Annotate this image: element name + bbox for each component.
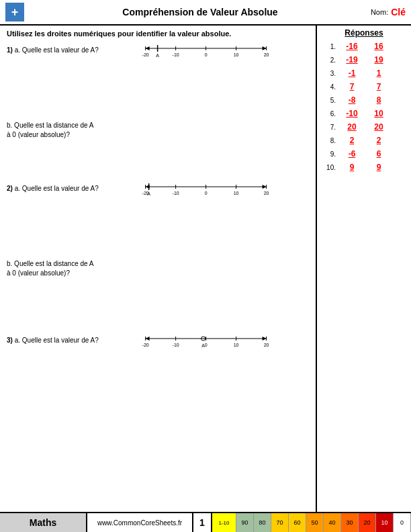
q1-sub-label: b. Quelle est la distance de A à 0 (vale… [7,121,309,140]
answer-row-7: 7. 20 20 [321,122,407,132]
svg-text:-20: -20 [142,52,148,57]
logo: + [5,3,24,21]
score-70: 70 [271,513,289,532]
ans-val-8: 2 [338,136,365,145]
ans-abs-9: 6 [365,149,392,159]
ans-val-2: -19 [338,55,365,64]
answers-list: 1. -16 16 2. -19 19 3. -1 1 4. 7 7 5. -8 [321,42,407,172]
q3-label: 3) a. Quelle est la valeur de A? [7,337,99,344]
ans-num-7: 7. [321,124,336,131]
score-0: 0 [394,513,411,532]
left-panel: Utilisez les droites numériques pour ide… [0,26,317,513]
svg-text:-10: -10 [172,191,179,195]
score-60: 60 [289,513,306,532]
answer-row-5: 5. -8 8 [321,95,407,105]
answer-row-1: 1. -16 16 [321,42,407,51]
score-50: 50 [306,513,324,532]
svg-text:0: 0 [204,343,207,347]
question-2: 2) a. Quelle est la valeur de A? -20 -10… [7,180,309,278]
cle-label: Clé [391,7,406,17]
svg-text:A: A [156,53,159,58]
ans-abs-4: 7 [365,82,392,91]
ans-abs-6: 10 [365,109,392,118]
ans-val-1: -16 [338,42,365,51]
footer-page: 1 [192,513,212,532]
svg-marker-2 [262,46,266,50]
footer-url: www.CommonCoreSheets.fr [87,513,192,532]
ans-abs-8: 2 [365,136,392,145]
q2-sub-label: b. Quelle est la distance de A à 0 (vale… [7,259,309,278]
ans-abs-3: 1 [365,69,392,78]
svg-marker-17 [262,185,266,189]
ans-num-10: 10. [321,164,336,171]
ans-abs-1: 16 [365,42,392,51]
q3-number-line-row: 3) a. Quelle est la valeur de A? -20 -10… [7,332,309,348]
svg-text:10: 10 [233,343,238,347]
svg-marker-1 [145,46,149,50]
q2-label: 2) a. Quelle est la valeur de A? [7,185,99,192]
svg-text:0: 0 [204,52,207,57]
main-content: Utilisez les droites numériques pour ide… [0,26,411,513]
ans-abs-5: 8 [365,95,392,105]
page-title: Compréhension de Valeur Absolue [30,7,371,17]
svg-text:A: A [201,343,205,348]
score-range: 1-10 [212,513,236,532]
ans-val-7: 20 [338,122,365,132]
answer-row-3: 3. -1 1 [321,69,407,78]
score-80: 80 [254,513,271,532]
nom-label: Nom: [371,8,388,16]
logo-symbol: + [11,6,19,18]
svg-text:A: A [147,191,150,196]
svg-text:-10: -10 [172,343,179,347]
score-40: 40 [324,513,341,532]
score-90: 90 [236,513,254,532]
ans-num-3: 3. [321,70,336,77]
question-1: 1) a. Quelle est la valeur de A? -20 -10 [7,42,309,140]
right-panel: Réponses 1. -16 16 2. -19 19 3. -1 1 4. … [317,26,411,513]
q2-number-line-row: 2) a. Quelle est la valeur de A? -20 -10… [7,180,309,196]
score-20: 20 [359,513,376,532]
ans-num-5: 5. [321,97,336,104]
ans-num-9: 9. [321,150,336,158]
svg-text:10: 10 [233,191,238,195]
svg-text:20: 20 [263,52,269,57]
question-3: 3) a. Quelle est la valeur de A? -20 -10… [7,332,309,348]
svg-marker-32 [262,337,266,341]
ans-val-3: -1 [338,69,365,78]
svg-marker-31 [145,337,149,341]
answer-row-10: 10. 9 9 [321,163,407,172]
score-10: 10 [376,513,394,532]
ans-val-9: -6 [338,149,365,159]
instructions: Utilisez les droites numériques pour ide… [7,30,309,38]
answer-row-6: 6. -10 10 [321,109,407,118]
ans-val-6: -10 [338,109,365,118]
nom-area: Nom: Clé [371,7,406,17]
ans-abs-7: 20 [365,122,392,132]
ans-num-1: 1. [321,43,336,50]
ans-num-4: 4. [321,83,336,91]
ans-val-10: 9 [338,163,365,172]
answer-row-9: 9. -6 6 [321,149,407,159]
q1-number-line: -20 -10 0 10 20 A [103,42,309,58]
q2-blank-space [7,199,309,259]
ans-val-4: 7 [338,82,365,91]
answer-row-4: 4. 7 7 [321,82,407,91]
ans-abs-2: 19 [365,55,392,64]
q1-number-line-row: 1) a. Quelle est la valeur de A? -20 -10 [7,42,309,58]
answer-row-2: 2. -19 19 [321,55,407,64]
svg-text:10: 10 [233,52,238,57]
footer: Maths www.CommonCoreSheets.fr 1 1-10 90 … [0,512,411,532]
ans-num-2: 2. [321,56,336,64]
answers-header: Réponses [321,28,407,38]
ans-val-5: -8 [338,95,365,105]
q3-number-line: -20 -10 0 10 20 A [103,332,309,348]
score-30: 30 [341,513,359,532]
q1-blank-space [7,60,309,121]
footer-scores: 1-10 90 80 70 60 50 40 30 20 10 0 [212,513,411,532]
header: + Compréhension de Valeur Absolue Nom: C… [0,0,411,26]
svg-text:-20: -20 [142,343,148,347]
ans-num-8: 8. [321,137,336,144]
q2-number-line: -20 -10 0 10 20 A [103,180,309,196]
svg-text:20: 20 [263,191,269,195]
svg-text:-10: -10 [172,52,179,57]
